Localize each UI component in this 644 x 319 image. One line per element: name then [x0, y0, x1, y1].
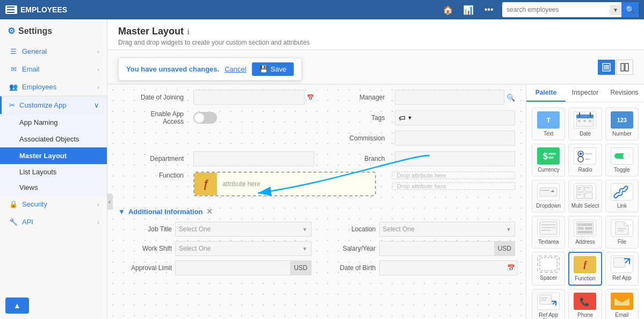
sidebar-collapse-button[interactable]: ‹	[107, 194, 113, 210]
number-icon: 123	[611, 111, 633, 129]
location-select[interactable]: Select One ▼	[379, 222, 516, 237]
sub-item-master-layout[interactable]: Master Layout	[0, 147, 107, 164]
tab-inspector[interactable]: Inspector	[566, 84, 605, 102]
right-drop-zone-1[interactable]: Drop attribute here	[392, 172, 515, 179]
sidebar-item-security[interactable]: 🔒 Security ›	[0, 195, 107, 213]
palette-item-textarea[interactable]: Textarea	[532, 216, 565, 249]
function-drop-zone[interactable]: ƒ attribute here	[193, 172, 376, 196]
unsaved-message: You have unsaved changes.	[126, 65, 219, 73]
manager-input[interactable]	[395, 90, 505, 105]
tags-input[interactable]: 🏷 ▼	[395, 110, 516, 125]
date-of-birth-input[interactable]	[379, 260, 518, 275]
sidebar-item-customize-app[interactable]: ✂ Customize App ∨	[0, 96, 107, 114]
department-label: Department	[118, 155, 188, 162]
sidebar-item-general[interactable]: ☰ General ›	[0, 42, 107, 60]
search-input[interactable]	[502, 4, 610, 16]
sub-item-views[interactable]: Views	[0, 180, 107, 195]
text-icon: T	[537, 111, 560, 129]
dropdown-label: Dropdown	[536, 203, 561, 209]
sidebar-label-email: Email	[22, 65, 40, 73]
spacer-label: Spacer	[540, 275, 557, 281]
palette-item-toggle[interactable]: Toggle	[605, 144, 639, 176]
palette-item-date[interactable]: Date	[568, 108, 602, 140]
approval-limit-input[interactable]	[175, 260, 291, 275]
scroll-up-button[interactable]: ▲	[5, 297, 29, 314]
sub-item-associated-objects[interactable]: Associated Objects	[0, 131, 107, 147]
commission-input[interactable]	[395, 131, 516, 146]
search-container: ▼ 🔍	[502, 2, 639, 17]
cancel-button[interactable]: Cancel	[225, 65, 246, 73]
svg-point-22	[580, 153, 582, 155]
multiselect-icon	[574, 183, 596, 201]
date-of-joining-input[interactable]	[193, 90, 305, 105]
customize-sub-items: App Naming Associated Objects Master Lay…	[0, 114, 107, 195]
additional-info-section-header[interactable]: ▼ Additional Information ✕	[118, 202, 515, 219]
settings-gear-icon: ⚙	[8, 26, 15, 36]
chevron-right-icon: ›	[97, 84, 99, 90]
palette-item-function[interactable]: ƒ Function	[568, 252, 602, 286]
tags-label: Tags	[320, 114, 389, 122]
sub-item-app-naming[interactable]: App Naming	[0, 114, 107, 131]
file-label: File	[618, 239, 626, 245]
more-button[interactable]: •••	[481, 2, 497, 18]
textarea-label: Textarea	[538, 239, 559, 245]
general-icon: ☰	[9, 47, 18, 55]
search-submit-button[interactable]: 🔍	[621, 2, 639, 17]
palette-item-text[interactable]: T Text	[532, 108, 565, 140]
palette-item-file[interactable]: File	[605, 216, 639, 249]
chevron-right-icon: ›	[97, 66, 99, 73]
branch-label: Branch	[320, 155, 389, 162]
branch-input[interactable]	[395, 151, 516, 166]
palette-item-spacer[interactable]: Spacer	[532, 252, 565, 286]
approval-limit-group: USD	[175, 260, 312, 275]
employees-icon: 👥	[9, 83, 18, 91]
palette-item-address[interactable]: Address	[568, 216, 602, 249]
sidebar: ⚙ Settings ☰ General › ✉ Email › 👥 Emplo…	[0, 19, 107, 319]
spacer-icon	[537, 256, 560, 273]
svg-point-23	[578, 157, 583, 162]
palette-item-dropdown[interactable]: Dropdown	[532, 180, 565, 212]
save-button[interactable]: 💾 Save	[252, 62, 294, 76]
sub-item-list-layouts[interactable]: List Layouts	[0, 164, 107, 180]
work-shift-select[interactable]: Select One ▼	[175, 241, 312, 256]
palette-item-email[interactable]: Email	[605, 289, 639, 319]
svg-rect-50	[540, 258, 557, 271]
settings-label: Settings	[18, 26, 52, 36]
search-dropdown-button[interactable]: ▼	[610, 5, 621, 15]
section-remove-button[interactable]: ✕	[206, 207, 213, 216]
sidebar-item-api[interactable]: 🔧 API ›	[0, 213, 107, 231]
sidebar-item-employees[interactable]: 👥 Employees ›	[0, 78, 107, 96]
palette-item-link[interactable]: Link	[605, 180, 639, 212]
multi-col-view-button[interactable]	[616, 60, 633, 75]
palette-item-number[interactable]: 123 Number	[605, 108, 639, 140]
chevron-down-icon: ∨	[94, 101, 99, 109]
svg-rect-33	[585, 186, 592, 192]
svg-rect-34	[585, 193, 592, 199]
chart-button[interactable]: 📊	[460, 2, 476, 18]
tab-palette[interactable]: Palette	[526, 84, 566, 102]
chevron-right-icon: ›	[97, 219, 99, 225]
right-drop-zone-2[interactable]: Drop attribute here	[392, 182, 515, 190]
salary-input-group: USD	[379, 241, 516, 256]
svg-rect-0	[7, 6, 15, 8]
job-title-select[interactable]: Select One ▼	[175, 222, 312, 237]
palette-item-refappfield[interactable]: Ref App Fie...	[532, 289, 565, 319]
home-button[interactable]: 🏠	[440, 2, 456, 18]
department-input[interactable]	[193, 151, 314, 166]
single-col-view-button[interactable]	[598, 60, 615, 75]
tab-revisions[interactable]: Revisions	[605, 84, 644, 102]
palette-item-refapp[interactable]: Ref App	[605, 252, 639, 286]
customize-section: ✂ Customize App ∨ App Naming Associated …	[0, 96, 107, 195]
enable-access-toggle[interactable]	[193, 112, 217, 124]
function-label: Function	[118, 172, 188, 179]
palette-item-currency[interactable]: $ Currency	[532, 144, 565, 176]
salary-input[interactable]	[379, 241, 495, 256]
svg-text:$: $	[543, 152, 548, 161]
sidebar-item-email[interactable]: ✉ Email ›	[0, 60, 107, 78]
calendar-icon: 📅	[507, 264, 515, 272]
palette-item-multiselect[interactable]: Multi Select	[568, 180, 602, 212]
tag-dropdown-icon: ▼	[408, 115, 413, 120]
palette-item-radio[interactable]: Radio	[568, 144, 602, 176]
email-icon: ✉	[9, 65, 18, 73]
palette-item-phone[interactable]: 📞 Phone	[568, 289, 602, 319]
